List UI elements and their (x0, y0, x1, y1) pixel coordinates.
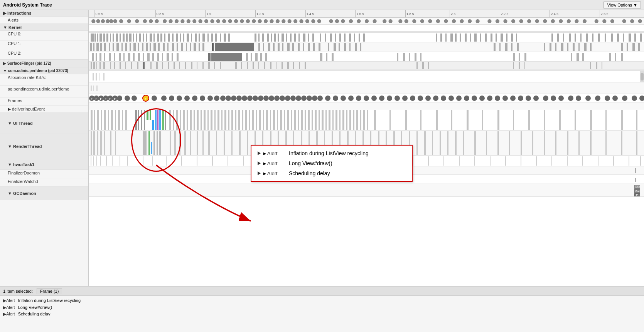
trace-row-frames[interactable]: F F F F F F F (89, 94, 644, 102)
row-label-kernel[interactable]: ▼ Kernel (0, 24, 88, 31)
row-label-aq[interactable]: aq:pending:com.udinic.perfdemo (0, 86, 88, 97)
row-label-cpu2[interactable]: CPU 2: (0, 50, 88, 60)
row-label-finalizer-daemon[interactable]: FinalizerDaemon (0, 170, 88, 178)
row-label-surfaceflinger[interactable]: ▶ SurfaceFlinger (pid 172) (0, 60, 88, 67)
svg-rect-454 (190, 110, 192, 130)
svg-point-357 (152, 96, 157, 101)
frame-badge[interactable]: Frame (1) (37, 288, 62, 294)
svg-rect-542 (197, 131, 198, 155)
trace-row-alerts[interactable] (89, 25, 644, 32)
row-label-interactions[interactable]: ▶ Interactions (0, 10, 88, 17)
svg-rect-264 (246, 53, 248, 61)
svg-rect-278 (519, 53, 520, 61)
timeline-mark-26s: 2.6 s (600, 10, 609, 17)
svg-rect-92 (136, 34, 137, 42)
trace-row-interactions[interactable] (89, 18, 644, 25)
svg-rect-435 (125, 110, 127, 130)
svg-rect-199 (190, 43, 191, 51)
svg-point-379 (290, 96, 296, 101)
trace-row-gc-daemon[interactable]: Bec Mar P. (89, 183, 644, 197)
view-options-button[interactable]: View Options ▼ (604, 2, 641, 8)
row-label-alerts[interactable]: Alerts (0, 17, 88, 24)
trace-row-cpu0[interactable] (89, 33, 644, 42)
svg-rect-109 (199, 34, 200, 42)
svg-rect-602 (166, 156, 167, 166)
row-label-gc-daemon[interactable]: ▼ GCDaemon (0, 187, 88, 200)
svg-rect-473 (256, 110, 257, 130)
svg-rect-291 (110, 62, 111, 69)
row-label-hwui[interactable]: ▼ hwuiTask1 (0, 159, 88, 170)
svg-rect-500 (349, 110, 351, 130)
svg-rect-548 (239, 131, 241, 155)
status-top: 1 item selected: Frame (1) (0, 287, 644, 296)
svg-rect-321 (293, 62, 294, 69)
svg-rect-233 (561, 43, 563, 51)
svg-rect-180 (109, 43, 110, 51)
svg-rect-508 (405, 110, 407, 130)
row-label-frames[interactable]: Frames (0, 97, 88, 106)
svg-point-77 (638, 19, 642, 23)
svg-rect-171 (623, 34, 624, 42)
svg-rect-288 (96, 62, 97, 69)
svg-rect-304 (185, 62, 186, 69)
svg-rect-136 (339, 34, 341, 42)
svg-point-75 (622, 19, 626, 23)
row-label-cpu0[interactable]: CPU 0: (0, 31, 88, 40)
svg-rect-310 (220, 62, 221, 69)
svg-rect-496 (335, 110, 337, 130)
trace-row-sf[interactable] (89, 62, 644, 69)
status-alert-row-2[interactable]: ▶Alert Long View#draw() (3, 304, 641, 311)
svg-rect-585 (555, 131, 556, 155)
svg-point-353 (125, 96, 130, 101)
svg-rect-477 (270, 110, 271, 130)
svg-rect-302 (174, 62, 175, 69)
svg-rect-334 (96, 73, 97, 80)
svg-point-13 (169, 19, 172, 23)
svg-rect-96 (150, 34, 152, 42)
svg-point-63 (519, 19, 523, 23)
svg-point-361 (184, 96, 190, 101)
svg-rect-296 (137, 62, 138, 69)
svg-rect-337 (91, 86, 92, 91)
svg-text:F: F (91, 97, 93, 101)
svg-rect-149 (470, 34, 471, 42)
svg-point-378 (285, 96, 290, 101)
row-label-deliver[interactable]: ▶ deliverInputEvent (0, 106, 88, 113)
trace-row-deliver[interactable] (89, 102, 644, 109)
svg-point-48 (398, 19, 402, 23)
svg-rect-94 (143, 34, 144, 42)
row-label-render-thread[interactable]: ▼ RenderThread (0, 134, 88, 159)
svg-rect-311 (235, 62, 237, 69)
svg-rect-604 (197, 156, 197, 166)
status-alert-row-1[interactable]: ▶Alert Inflation during ListView recycli… (3, 297, 641, 304)
svg-rect-89 (126, 34, 128, 42)
svg-rect-231 (550, 43, 551, 51)
trace-row-alloc[interactable] (89, 71, 644, 82)
trace-row-ui-thread[interactable] (89, 109, 644, 131)
svg-point-33 (288, 19, 292, 23)
svg-rect-197 (181, 43, 183, 51)
svg-rect-547 (231, 131, 233, 155)
row-label-ui-thread[interactable]: ▼ UI Thread (0, 113, 88, 134)
trace-row-cpu2[interactable] (89, 52, 644, 62)
svg-rect-223 (355, 43, 357, 51)
svg-point-398 (425, 96, 431, 101)
svg-point-358 (161, 96, 167, 101)
row-label-cpu1[interactable]: CPU 1: (0, 40, 88, 50)
trace-row-cpu1[interactable] (89, 42, 644, 52)
svg-point-14 (175, 19, 179, 23)
svg-rect-536 (159, 131, 161, 155)
svg-rect-120 (267, 34, 269, 42)
trace-row-aq[interactable] (89, 82, 644, 94)
row-label-finalizer-watchd[interactable]: FinalizerWatchd (0, 178, 88, 187)
svg-rect-122 (274, 34, 276, 42)
svg-rect-198 (186, 43, 187, 51)
row-label-alloc[interactable]: Allocation rate KB/s: (0, 74, 88, 86)
svg-rect-268 (265, 53, 267, 61)
svg-rect-529 (110, 131, 111, 155)
svg-point-383 (312, 96, 317, 101)
svg-rect-172 (629, 34, 631, 42)
row-label-com[interactable]: ▼ com.udinic.perfdemo (pid 32073) (0, 67, 88, 74)
status-alert-row-3[interactable]: ▶Alert Scheduling delay (3, 311, 641, 318)
svg-rect-512 (467, 110, 469, 130)
